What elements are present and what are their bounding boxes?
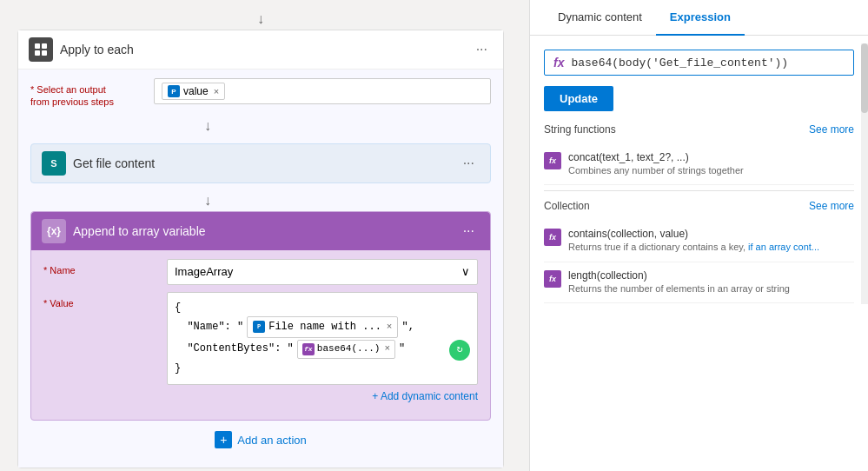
contains-desc: Returns true if a dictionary contains a …	[568, 241, 854, 254]
contains-name: contains(collection, value)	[568, 228, 854, 240]
value-tag-label: value	[183, 85, 209, 97]
contains-fx-icon: fx	[544, 229, 561, 246]
string-functions-header: String functions See more	[544, 123, 854, 136]
collection-title: Collection	[544, 200, 590, 212]
get-file-content-more-button[interactable]: ···	[458, 154, 480, 173]
append-to-array-body: * Name ImageArray ∨ * Value	[31, 250, 490, 421]
function-item-concat[interactable]: fx concat(text_1, text_2?, ...) Combines…	[544, 144, 854, 185]
fx-label: fx	[553, 56, 564, 70]
file-name-chip-close[interactable]: ×	[387, 320, 393, 335]
top-arrow-connector: ↓	[17, 9, 504, 30]
get-file-content-card: S Get file content ···	[30, 143, 491, 183]
name-select-value: ImageArray	[175, 265, 233, 278]
contains-details: contains(collection, value) Returns true…	[568, 228, 854, 254]
add-dynamic-content-link[interactable]: + Add dynamic content	[167, 385, 478, 404]
string-functions-title: String functions	[544, 123, 616, 136]
inner-arrow-2: ↓	[30, 190, 491, 211]
panel-tabs: Dynamic content Expression	[530, 0, 868, 36]
file-name-chip-label: File name with ...	[268, 319, 381, 335]
add-action-row[interactable]: + Add an action	[30, 421, 491, 459]
value-field-row: * Value { "Name": " P	[43, 292, 478, 405]
concat-fx-icon: fx	[544, 152, 561, 169]
scrollbar-track[interactable]	[861, 43, 868, 304]
apply-to-each-body: * Select an outputfrom previous steps P …	[18, 70, 503, 468]
collection-see-more[interactable]: See more	[809, 200, 854, 212]
append-icon: {x}	[42, 219, 66, 243]
apply-to-each-header: Apply to each ···	[18, 30, 503, 70]
append-to-array-title: Append to array variable	[73, 224, 206, 238]
name-select[interactable]: ImageArray ∨	[167, 259, 478, 285]
scrollbar-thumb[interactable]	[861, 43, 868, 113]
apply-to-each-icon	[29, 37, 53, 62]
concat-name: concat(text_1, text_2?, ...)	[568, 151, 854, 163]
concat-details: concat(text_1, text_2?, ...) Combines an…	[568, 151, 854, 177]
value-line-content: "ContentBytes": " fx base64(...) × "	[175, 338, 470, 361]
function-item-length[interactable]: fx length(collection) Returns the number…	[544, 262, 854, 303]
select-output-input[interactable]: P value ×	[154, 78, 491, 104]
inner-arrow-1-icon: ↓	[204, 118, 211, 134]
expression-input-row[interactable]: fx base64(body('Get_file_content'))	[544, 50, 854, 76]
tab-expression[interactable]: Expression	[656, 0, 745, 36]
chevron-down-icon: ∨	[461, 265, 470, 278]
add-action-label[interactable]: Add an action	[237, 434, 307, 447]
value-box[interactable]: { "Name": " P File name with ... ×	[167, 292, 478, 386]
select-output-label: * Select an outputfrom previous steps	[30, 78, 143, 109]
svg-rect-3	[42, 50, 47, 56]
collection-header: Collection See more	[544, 200, 854, 212]
base64-chip-close[interactable]: ×	[384, 342, 390, 357]
expression-input[interactable]: base64(body('Get_file_content'))	[571, 56, 845, 70]
name-field-row: * Name ImageArray ∨	[43, 259, 478, 285]
value-tag-chip[interactable]: P value ×	[162, 83, 225, 100]
append-to-array-more-button[interactable]: ···	[458, 222, 480, 241]
select-output-row: * Select an outputfrom previous steps P …	[30, 78, 491, 109]
inner-arrow-1: ↓	[30, 116, 491, 136]
apply-to-each-card: Apply to each ··· * Select an outputfrom…	[17, 30, 504, 468]
length-name: length(collection)	[568, 269, 854, 282]
length-fx-icon: fx	[544, 270, 561, 288]
value-line-name: "Name": " P File name with ... × ",	[175, 316, 470, 338]
apply-to-each-more-button[interactable]: ···	[471, 40, 493, 59]
value-label: * Value	[43, 292, 156, 309]
base64-fx-icon: fx	[302, 343, 315, 355]
append-to-array-card: {x} Append to array variable ··· * Name …	[30, 211, 491, 421]
add-action-icon: +	[215, 431, 232, 448]
get-file-content-title: Get file content	[73, 156, 155, 170]
value-tag-icon: P	[168, 85, 180, 97]
length-desc: Returns the number of elements in an arr…	[568, 282, 854, 295]
get-file-content-header: S Get file content ···	[31, 144, 490, 182]
function-item-contains[interactable]: fx contains(collection, value) Returns t…	[544, 221, 854, 262]
value-line-close: }	[175, 361, 470, 377]
svg-rect-1	[42, 43, 47, 49]
name-label: * Name	[43, 259, 156, 276]
section-divider	[544, 190, 854, 191]
get-file-content-left: S Get file content	[42, 151, 155, 176]
arrow-down-icon: ↓	[257, 11, 264, 27]
tab-dynamic-content[interactable]: Dynamic content	[544, 0, 656, 36]
apply-to-each-header-left: Apply to each	[29, 37, 134, 62]
append-to-array-left: {x} Append to array variable	[42, 219, 206, 243]
file-name-chip[interactable]: P File name with ... ×	[247, 316, 398, 338]
panel-body: fx base64(body('Get_file_content')) Upda…	[530, 36, 868, 471]
svg-rect-0	[35, 43, 40, 49]
sharepoint-icon: S	[42, 151, 66, 176]
base64-chip-label: base64(...)	[317, 342, 381, 357]
inner-arrow-2-icon: ↓	[204, 193, 211, 209]
update-button[interactable]: Update	[544, 86, 613, 111]
append-to-array-header: {x} Append to array variable ···	[31, 212, 490, 250]
string-functions-see-more[interactable]: See more	[809, 123, 854, 136]
apply-to-each-title: Apply to each	[60, 43, 134, 56]
value-tag-close-button[interactable]: ×	[214, 86, 219, 96]
refresh-button[interactable]: ↻	[449, 340, 470, 361]
value-line-open: {	[175, 300, 470, 316]
concat-desc: Combines any number of strings together	[568, 164, 854, 177]
length-details: length(collection) Returns the number of…	[568, 269, 854, 295]
base64-chip[interactable]: fx base64(...) ×	[297, 340, 395, 359]
svg-rect-2	[35, 50, 40, 56]
expression-panel: Dynamic content Expression fx base64(bod…	[529, 0, 868, 471]
file-name-chip-icon: P	[253, 321, 265, 333]
contains-desc-link: if an array cont...	[748, 242, 819, 252]
